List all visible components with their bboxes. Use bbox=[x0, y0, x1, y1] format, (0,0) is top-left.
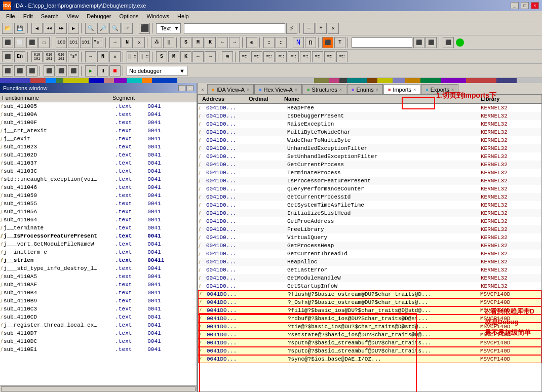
imports-row[interactable]: 𝑓 0041D0... QueryPerformanceCounter KERN… bbox=[198, 185, 541, 193]
imports-row[interactable]: 𝑓 0041D0... GetModuleHandleW KERNEL32 bbox=[198, 274, 541, 282]
func-row[interactable]: 𝑓 sub_4110A5 .text 0041 bbox=[0, 272, 197, 281]
tb2-b13[interactable]: ‖ bbox=[163, 37, 174, 48]
tb-cross-button[interactable]: ✕ bbox=[328, 23, 339, 34]
tb2-b18[interactable]: T bbox=[334, 37, 345, 48]
search-combo[interactable] bbox=[184, 23, 285, 33]
tab-close-button[interactable]: × bbox=[413, 87, 416, 92]
func-row[interactable]: 𝑓 sub_411055 .text 0041 bbox=[0, 200, 197, 208]
imports-row[interactable]: 𝑓 0041D0... ?flush@?$basic_ostream@DU?$c… bbox=[198, 290, 541, 298]
tb3-S[interactable]: S bbox=[156, 51, 167, 62]
func-row[interactable]: 𝑓 sub_4110C3 .text 0041 bbox=[0, 305, 197, 313]
func-scrollbar-h[interactable] bbox=[0, 385, 197, 392]
tab-structures[interactable]: ■ Structures × bbox=[302, 84, 346, 94]
imports-row[interactable]: 𝑓 0041D0... ?rdbuf@?$basic_ios@DU?$char_… bbox=[198, 315, 541, 323]
func-row[interactable]: 𝑓 sub_41100F .text 0041 bbox=[0, 119, 197, 127]
tb4-pause[interactable]: ⏸ bbox=[97, 65, 108, 76]
tb2-K[interactable]: K bbox=[205, 37, 216, 48]
imports-row[interactable]: 𝑓 0041D0... GetCurrentThreadId KERNEL32 bbox=[198, 250, 541, 258]
imports-row[interactable]: 𝑓 0041D0... HeapFree KERNEL32 bbox=[198, 104, 541, 112]
tb2-N2[interactable]: N bbox=[293, 37, 304, 48]
imports-row[interactable]: 𝑓 0041D0... GetProcessHeap KERNEL32 bbox=[198, 242, 541, 250]
tb3-N[interactable]: N bbox=[97, 51, 108, 62]
menu-search[interactable]: Search bbox=[37, 12, 63, 20]
imports-row[interactable]: 𝑓 0041D0... UnhandledExceptionFilter KER… bbox=[198, 144, 541, 152]
tb2-b4[interactable]: ☐ bbox=[38, 37, 50, 48]
func-row[interactable]: 𝑓 j__strlen .text 00411 bbox=[0, 256, 197, 264]
func-row[interactable]: 𝑓 sub_411050 .text 0041 bbox=[0, 191, 197, 200]
tb2-b8[interactable]: "s" bbox=[92, 37, 103, 48]
tb3-b1[interactable]: ⬛ bbox=[2, 51, 13, 62]
imports-row[interactable]: 𝑓 0041D0... MultiByteToWideChar KERNEL32 bbox=[198, 128, 541, 136]
func-row[interactable]: 𝑓 j__crt_atexit .text 0041 bbox=[0, 127, 197, 135]
func-row[interactable]: 𝑓 sub_411037 .text 0041 bbox=[0, 159, 197, 167]
tab-close-button[interactable]: × bbox=[376, 87, 378, 92]
func-row[interactable]: 𝑓 sub_411046 .text 0041 bbox=[0, 183, 197, 191]
tab-imports[interactable]: ■ Imports × bbox=[383, 84, 420, 94]
func-row[interactable]: 𝑓 j__IsProcessorFeaturePresent .text 004… bbox=[0, 232, 197, 240]
menu-view[interactable]: View bbox=[63, 12, 83, 20]
tb4-b4[interactable]: ⬛ bbox=[44, 65, 55, 76]
menu-options[interactable]: Options bbox=[115, 12, 143, 20]
imports-row[interactable]: 𝑓 0041D0... GetLastError KERNEL32 bbox=[198, 266, 541, 274]
tb4-run[interactable]: ▶ bbox=[85, 65, 96, 76]
tb2-arrow2[interactable]: → bbox=[229, 37, 240, 48]
imports-row[interactable]: 𝑓 0041D0... ?_Osfx@?$basic_ostream@DU?$c… bbox=[198, 298, 541, 306]
tb3-b14[interactable]: ≡∷ bbox=[312, 51, 323, 62]
tb3-left[interactable]: ← bbox=[192, 51, 204, 62]
func-row[interactable]: 𝑓 sub_4110D7 .text 0041 bbox=[0, 329, 197, 337]
functions-list[interactable]: 𝑓 sub_411005 .text 0041 𝑓 sub_41100A .te… bbox=[0, 102, 197, 385]
tb4-b5[interactable]: ⬛ bbox=[56, 65, 67, 76]
tb3-b5[interactable]: ‖ ∷ bbox=[127, 51, 138, 62]
tb2-n2[interactable]: n bbox=[305, 37, 316, 48]
imports-row[interactable]: 𝑓 0041D0... ?tie@?$basic_ios@DU?$char_tr… bbox=[198, 323, 541, 331]
menu-debugger[interactable]: Debugger bbox=[83, 12, 115, 20]
func-minimize-button[interactable]: _ bbox=[178, 85, 185, 91]
func-row[interactable]: 𝑓 sub_41100A .text 0041 bbox=[0, 110, 197, 119]
func-row[interactable]: 𝑓 sub_41105A .text 0041 bbox=[0, 208, 197, 216]
imports-row[interactable]: 𝑓 0041D0... ?sputn@?$basic_streambuf@DU?… bbox=[198, 339, 541, 347]
imports-table-body[interactable]: 𝑓 0041D0... HeapFree KERNEL32 𝑓 0041D0..… bbox=[198, 104, 541, 391]
debugger-dropdown[interactable]: No debugger ▼ bbox=[127, 66, 187, 76]
imports-row[interactable]: 𝑓 0041D0... FreeLibrary KERNEL32 bbox=[198, 225, 541, 233]
tb-find3-button[interactable]: 🔍 bbox=[109, 23, 121, 34]
func-row[interactable]: 𝑓 sub_4110E1 .text 0041 bbox=[0, 345, 197, 354]
tb-dash-button[interactable]: — bbox=[303, 23, 315, 34]
view-type-dropdown[interactable]: Text ▼ bbox=[156, 23, 181, 33]
imports-row[interactable]: 𝑓 0041D0... TerminateProcess KERNEL32 bbox=[198, 169, 541, 177]
minimize-button[interactable]: _ bbox=[511, 2, 519, 9]
tab-close-button[interactable]: × bbox=[451, 87, 454, 92]
tb3-b7[interactable]: ⊞ bbox=[222, 51, 233, 62]
func-row[interactable]: 𝑓 j__register_thread_local_exe_atexit_ca… bbox=[0, 321, 197, 329]
menu-windows[interactable]: Windows bbox=[142, 12, 173, 20]
imports-row[interactable]: 𝑓 0041D0... GetStartupInfoW KERNEL32 bbox=[198, 282, 541, 290]
tb2-b1[interactable]: ⬛ bbox=[2, 37, 13, 48]
tb2-combo[interactable] bbox=[352, 37, 412, 48]
func-row[interactable]: 𝑓 j__cexit .text 0041 bbox=[0, 135, 197, 143]
func-row[interactable]: 𝑓 j___vcrt_GetModuleFileNameW .text 0041 bbox=[0, 240, 197, 248]
tb2-b3[interactable]: ⬛ bbox=[26, 37, 37, 48]
imports-row[interactable]: 𝑓 0041D0... GetProcAddress KERNEL32 bbox=[198, 217, 541, 225]
imports-row[interactable]: 𝑓 0041D0... IsDebuggerPresent KERNEL32 bbox=[198, 112, 541, 120]
func-row[interactable]: 𝑓 sub_411005 .text 0041 bbox=[0, 102, 197, 110]
tb2-b5[interactable]: 100 bbox=[56, 37, 67, 48]
tb4-b3[interactable]: ⬛ bbox=[26, 65, 37, 76]
func-row[interactable]: 𝑓 sub_4110B4 .text 0041 bbox=[0, 289, 197, 297]
tb3-b16[interactable]: ≡∷ bbox=[336, 51, 347, 62]
imports-row[interactable]: 𝑓 0041D0... ?setstate@?$basic_ios@DU?$ch… bbox=[198, 331, 541, 339]
tb3-b2[interactable]: 010101 bbox=[31, 51, 43, 62]
tb2-b6[interactable]: 101 bbox=[68, 37, 79, 48]
tb2-M[interactable]: M bbox=[192, 37, 204, 48]
tb4-b6[interactable]: ⬛ bbox=[68, 65, 79, 76]
tb2-b21[interactable]: ⬛ bbox=[443, 37, 454, 48]
func-row[interactable]: 𝑓 j__terminate .text 0041 bbox=[0, 224, 197, 232]
imports-row[interactable]: 𝑓 0041D0... InitializeSListHead KERNEL32 bbox=[198, 209, 541, 217]
imports-row[interactable]: 𝑓 0041D0... HeapAlloc KERNEL32 bbox=[198, 258, 541, 266]
tb-save-button[interactable]: 💾 bbox=[14, 23, 25, 34]
func-row[interactable]: 𝑓 std::uncaught_exception(void) .text 00… bbox=[0, 175, 197, 183]
maximize-button[interactable]: □ bbox=[521, 2, 529, 9]
tab-close-button[interactable]: × bbox=[247, 87, 249, 92]
tb-forward2-button[interactable]: ▶▶ bbox=[56, 23, 67, 34]
tb-finger-button[interactable]: ☞ bbox=[122, 23, 133, 34]
imports-row[interactable]: 𝑓 0041D0... SetUnhandledExceptionFilter … bbox=[198, 152, 541, 161]
imports-row[interactable]: 𝑓 0041D0... IsProcessorFeaturePresent KE… bbox=[198, 177, 541, 185]
